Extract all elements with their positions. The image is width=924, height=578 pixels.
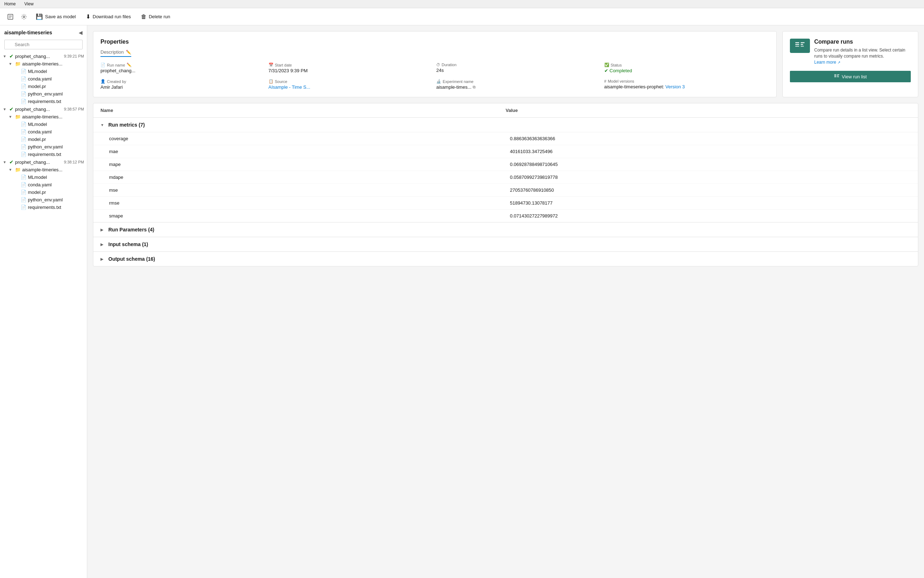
edit-icon[interactable]: ✏️	[126, 50, 131, 55]
run-parameters-label: Run Parameters (4)	[109, 227, 154, 232]
file-icon: 📄	[21, 69, 26, 74]
run-label-3: prophet_chang...	[15, 159, 61, 165]
settings-icon-btn[interactable]	[18, 11, 30, 22]
learn-more-link[interactable]: Learn more	[814, 60, 836, 65]
file-modelpr-2[interactable]: 📄model.pr	[11, 136, 87, 143]
compare-header: Compare runs Compare run details in a li…	[790, 39, 911, 65]
search-input[interactable]	[4, 40, 83, 49]
properties-grid-2: 👤 Created by Amir Jafari 📋 Source AIsamp…	[101, 79, 769, 90]
menu-home[interactable]: Home	[3, 1, 17, 7]
svg-rect-2	[795, 42, 799, 43]
model-version-link[interactable]: Version 3	[665, 84, 685, 89]
run-parameters-section[interactable]: ▶ Run Parameters (4)	[93, 222, 918, 237]
run-row-2[interactable]: ▼ ✔ prophet_chang... 9:38:57 PM	[0, 105, 87, 113]
metric-row-mape: mape 0.06928788498710645	[93, 158, 918, 171]
run-metrics-group-header[interactable]: ▼ Run metrics (7)	[93, 118, 918, 132]
icon-btn-1[interactable]	[4, 11, 16, 22]
file-mlmodel-2[interactable]: 📄MLmodel	[11, 120, 87, 128]
folder-row-3[interactable]: ▼ 📁 aisample-timeries...	[6, 166, 87, 174]
save-icon: 💾	[36, 13, 43, 20]
file-pythonenv-1[interactable]: 📄 python_env.yaml	[11, 90, 87, 97]
run-children-3: ▼ 📁 aisample-timeries... 📄MLmodel 📄conda…	[0, 166, 87, 211]
file-icon: 📄	[21, 122, 26, 127]
metric-value-mdape: 0.05870992739819778	[510, 175, 911, 180]
person-icon: 👤	[101, 79, 105, 84]
file-icon: 📄	[21, 76, 26, 81]
metric-name-coverage: coverage	[109, 136, 510, 141]
folder-icon: 📁	[15, 61, 21, 67]
compare-description: Compare run details in a list view. Sele…	[814, 47, 911, 65]
view-run-list-button[interactable]: View run list	[790, 71, 911, 82]
svg-rect-4	[795, 46, 799, 47]
delete-run-button[interactable]: 🗑 Delete run	[136, 11, 175, 22]
created-by-value: Amir Jafari	[101, 84, 266, 90]
file-requirements-3[interactable]: 📄requirements.txt	[11, 203, 87, 211]
menu-view[interactable]: View	[23, 1, 35, 7]
metric-value-coverage: 0.8863636363636366	[510, 136, 911, 141]
file-conda-3[interactable]: 📄conda.yaml	[11, 181, 87, 188]
save-model-button[interactable]: 💾 Save as model	[31, 11, 80, 22]
source-value[interactable]: AIsample - Time S...	[269, 84, 434, 90]
metric-row-smape: smape 0.07143027227989972	[93, 209, 918, 222]
file-requirements-2[interactable]: 📄requirements.txt	[11, 151, 87, 158]
compare-title: Compare runs	[814, 39, 911, 45]
file-icon: 📄	[21, 129, 26, 135]
svg-rect-12	[837, 75, 838, 76]
file-conda-2[interactable]: 📄conda.yaml	[11, 128, 87, 136]
metric-row-mae: mae 40161033.34725496	[93, 145, 918, 158]
svg-rect-10	[834, 76, 836, 77]
metric-name-mape: mape	[109, 162, 510, 167]
chevron-down-icon: ▼	[101, 123, 105, 127]
output-schema-label: Output schema (16)	[109, 256, 155, 262]
run-timestamp-3: 9:38:12 PM	[64, 160, 84, 164]
folder-row-2[interactable]: ▼ 📁 aisample-timeries...	[6, 113, 87, 120]
prop-created-by: 👤 Created by Amir Jafari	[101, 79, 266, 90]
download-run-files-button[interactable]: ⬇ Download run files	[81, 11, 135, 22]
file-icon: 📄	[21, 99, 26, 104]
folder-icon: 📁	[15, 167, 21, 172]
file-pythonenv-2[interactable]: 📄python_env.yaml	[11, 143, 87, 151]
chevron-down-icon: ▼	[3, 54, 8, 58]
edit-run-name-icon[interactable]: ✏️	[126, 63, 131, 67]
folder-files-1: 📄 MLmodel 📄 conda.yaml 📄 model.pr	[6, 68, 87, 105]
folder-label-3: aisample-timeries...	[22, 167, 84, 172]
file-icon: 📄	[21, 144, 26, 149]
sidebar-title: aisample-timeseries	[4, 30, 52, 36]
name-column-header: Name	[101, 108, 506, 113]
doc-icon: 📄	[101, 63, 105, 67]
output-schema-section[interactable]: ▶ Output schema (16)	[93, 252, 918, 266]
file-icon: 📄	[21, 84, 26, 89]
copy-icon[interactable]: ⧉	[473, 85, 476, 89]
run-label-2: prophet_chang...	[15, 107, 61, 112]
run-name-value: prophet_chang...	[101, 68, 266, 73]
file-conda-1[interactable]: 📄 conda.yaml	[11, 75, 87, 83]
run-row-3[interactable]: ▼ ✔ prophet_chang... 9:38:12 PM	[0, 158, 87, 166]
run-row-1[interactable]: ▼ ✔ prophet_chang... 9:39:21 PM	[0, 52, 87, 60]
file-requirements-1[interactable]: 📄 requirements.txt	[11, 97, 87, 105]
metric-row-mse: mse 27053760786910850	[93, 184, 918, 197]
folder-icon: 📁	[15, 114, 21, 120]
sidebar-collapse-button[interactable]: ◀	[79, 30, 83, 36]
folder-row-1[interactable]: ▼ 📁 aisample-timeries...	[6, 60, 87, 68]
metric-value-smape: 0.07143027227989972	[510, 213, 911, 219]
properties-grid-1: 📄 Run name ✏️ prophet_chang... 📅 Start d…	[101, 63, 769, 73]
file-pythonenv-3[interactable]: 📄python_env.yaml	[11, 196, 87, 203]
run-item-3: ▼ ✔ prophet_chang... 9:38:12 PM ▼ 📁 aisa…	[0, 158, 87, 211]
metric-name-smape: smape	[109, 213, 510, 219]
metric-row-mdape: mdape 0.05870992739819778	[93, 171, 918, 184]
run-children-2: ▼ 📁 aisample-timeries... 📄MLmodel 📄conda…	[0, 113, 87, 158]
file-mlmodel-1[interactable]: 📄 MLmodel	[11, 68, 87, 75]
svg-rect-7	[801, 46, 804, 47]
metric-value-mae: 40161033.34725496	[510, 149, 911, 154]
file-modelpr-1[interactable]: 📄 model.pr	[11, 83, 87, 90]
input-schema-label: Input schema (1)	[109, 242, 148, 247]
compare-text: Compare runs Compare run details in a li…	[814, 39, 911, 65]
run-item-1: ▼ ✔ prophet_chang... 9:39:21 PM ▼ 📁 aisa…	[0, 52, 87, 105]
input-schema-section[interactable]: ▶ Input schema (1)	[93, 237, 918, 252]
metric-name-mae: mae	[109, 149, 510, 154]
file-mlmodel-3[interactable]: 📄MLmodel	[11, 174, 87, 181]
file-modelpr-3[interactable]: 📄model.pr	[11, 188, 87, 196]
run-label-1: prophet_chang...	[15, 54, 61, 59]
metric-name-mse: mse	[109, 187, 510, 193]
compare-runs-card: Compare runs Compare run details in a li…	[782, 31, 918, 97]
